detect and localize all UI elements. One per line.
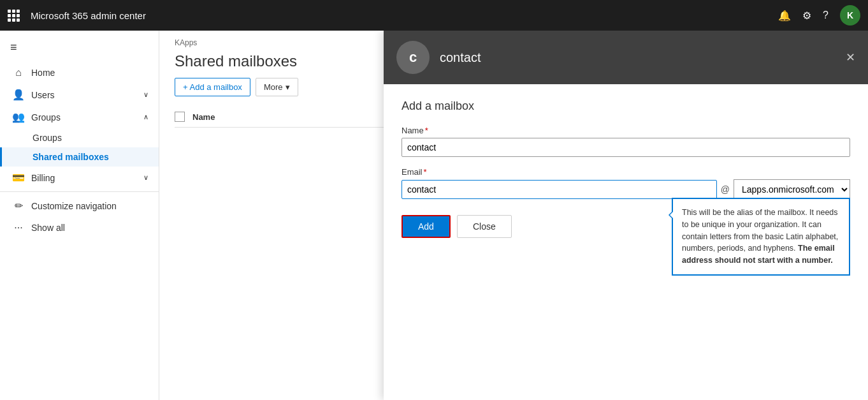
sidebar-item-groups-sub[interactable]: Groups (0, 128, 159, 147)
email-tooltip: This will be the alias of the mailbox. I… (672, 198, 850, 276)
topbar-icons: 🔔 ⚙ ? K (778, 5, 860, 26)
email-row: @ Lapps.onmicrosoft.com (401, 179, 850, 200)
at-symbol: @ (721, 184, 730, 195)
email-label: Email * (401, 167, 850, 177)
sidebar-item-billing-label: Billing (31, 173, 55, 183)
app-grid-icon[interactable] (8, 10, 20, 22)
more-chevron-icon: ▾ (286, 82, 290, 92)
users-icon: 👤 (12, 89, 25, 101)
name-required-star: * (425, 126, 428, 135)
panel-body: Add a mailbox Name * Email * @ (384, 84, 868, 400)
panel-avatar: c (396, 41, 430, 74)
form-section-title: Add a mailbox (401, 100, 850, 113)
panel-header: c contact ✕ (384, 31, 868, 84)
email-input[interactable] (401, 180, 717, 199)
sidebar-divider (0, 191, 159, 192)
close-icon[interactable]: ✕ (846, 52, 855, 63)
chevron-billing-icon: ∨ (143, 174, 148, 182)
close-button[interactable]: Close (457, 215, 512, 238)
sidebar-toggle[interactable]: ≡ (0, 36, 159, 59)
sidebar-item-customize-nav[interactable]: ✏ Customize navigation (0, 195, 159, 217)
chevron-up-icon: ∧ (143, 113, 148, 121)
sidebar-item-billing[interactable]: 💳 Billing ∨ (0, 167, 159, 189)
sidebar-item-shared-mailboxes[interactable]: Shared mailboxes (0, 147, 159, 167)
select-all-checkbox[interactable] (175, 112, 185, 122)
settings-icon[interactable]: ⚙ (802, 10, 811, 22)
home-icon: ⌂ (12, 67, 25, 78)
domain-select[interactable]: Lapps.onmicrosoft.com (734, 179, 850, 200)
layout: ≡ ⌂ Home 👤 Users ∨ 👥 Groups ∧ Groups Sha… (0, 31, 868, 400)
panel-overlay: c contact ✕ Add a mailbox Name * Email * (384, 31, 868, 400)
app-title: Microsoft 365 admin center (31, 10, 770, 21)
sidebar-item-show-all[interactable]: ··· Show all (0, 217, 159, 239)
email-required-star: * (424, 167, 427, 177)
help-icon[interactable]: ? (823, 10, 828, 21)
name-column-header: Name (192, 112, 215, 122)
user-avatar[interactable]: K (840, 5, 860, 26)
pencil-icon: ✏ (12, 200, 25, 212)
sidebar-item-groups-sub-label: Groups (33, 133, 62, 143)
sidebar-item-groups-label: Groups (31, 112, 61, 122)
dots-icon: ··· (12, 222, 25, 233)
email-form-group: Email * @ Lapps.onmicrosoft.com (401, 167, 850, 200)
sidebar-item-customize-label: Customize navigation (31, 201, 117, 211)
sidebar-item-users[interactable]: 👤 Users ∨ (0, 84, 159, 106)
more-button[interactable]: More ▾ (256, 78, 298, 96)
chevron-down-icon: ∨ (143, 91, 148, 99)
more-button-label: More (264, 82, 283, 92)
billing-icon: 💳 (12, 172, 25, 184)
add-mailbox-button[interactable]: + Add a mailbox (175, 78, 250, 96)
bell-icon[interactable]: 🔔 (778, 10, 791, 22)
sidebar-item-groups[interactable]: 👥 Groups ∧ (0, 106, 159, 128)
sidebar: ≡ ⌂ Home 👤 Users ∨ 👥 Groups ∧ Groups Sha… (0, 31, 159, 400)
topbar: Microsoft 365 admin center 🔔 ⚙ ? K (0, 0, 868, 31)
sidebar-item-home[interactable]: ⌂ Home (0, 62, 159, 84)
name-form-group: Name * (401, 126, 850, 157)
sidebar-item-shared-mailboxes-label: Shared mailboxes (33, 152, 109, 162)
sidebar-item-users-label: Users (31, 90, 55, 100)
main-content: KApps Shared mailboxes + Add a mailbox M… (159, 31, 868, 400)
sidebar-item-show-all-label: Show all (31, 223, 65, 233)
name-label: Name * (401, 126, 850, 135)
groups-icon: 👥 (12, 111, 25, 123)
panel-title: contact (440, 50, 835, 65)
name-input[interactable] (401, 138, 850, 157)
add-button[interactable]: Add (401, 215, 451, 238)
sidebar-item-home-label: Home (31, 68, 55, 78)
